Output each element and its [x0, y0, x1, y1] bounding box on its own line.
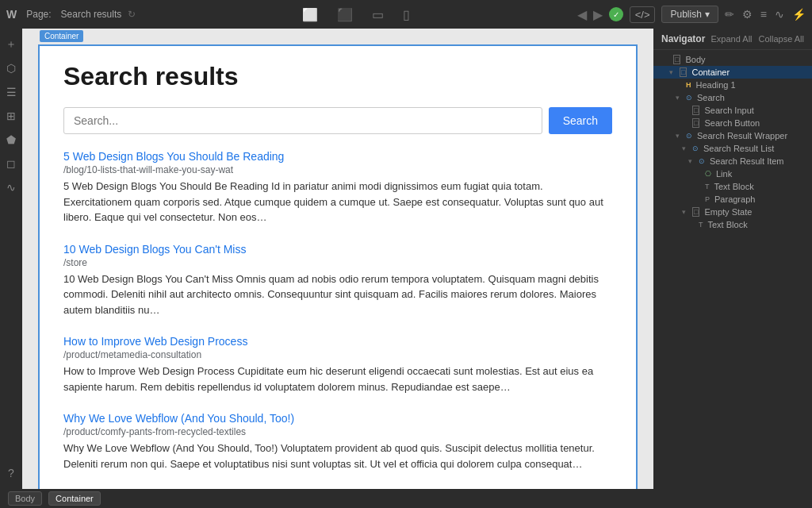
publish-button[interactable]: Publish ▾ [661, 6, 718, 23]
nav-tree-item[interactable]: PParagraph [653, 193, 812, 206]
nav-arrow-icon: ▾ [688, 157, 696, 165]
page-title: Search results [63, 62, 612, 91]
device-switcher: ⬜ ⬛ ▭ ▯ [142, 6, 570, 24]
nav-tree-item[interactable]: TText Block [653, 218, 812, 231]
nav-item-label: Link [716, 169, 732, 179]
canvas-area: Container Search results Search 5 Web De… [22, 29, 653, 489]
right-panel: Navigator Expand All Collapse All □Body▾… [653, 29, 812, 489]
wave-icon[interactable]: ∿ [775, 8, 784, 21]
collapse-all-btn[interactable]: Collapse All [759, 34, 804, 44]
add-icon[interactable]: ＋ [2, 35, 21, 54]
nav-item-label: Search Result List [703, 144, 774, 153]
nav-item-label: Search [697, 93, 725, 102]
nav-item-label: Search Result Wrapper [697, 131, 787, 140]
result-excerpt: Why We Love Webflow (And You Should, Too… [63, 441, 612, 471]
code-toggle[interactable]: </> [630, 6, 656, 23]
nav-forward-icon[interactable]: ▶ [593, 7, 603, 22]
container-breadcrumb[interactable]: Container [48, 491, 101, 506]
nav-tree-item[interactable]: ▾□Empty State [653, 206, 812, 218]
grid-icon[interactable]: ⊞ [2, 106, 21, 125]
flash-icon[interactable]: ⚡ [792, 8, 806, 21]
nav-item-label: Heading 1 [696, 80, 736, 90]
nav-actions: Expand All Collapse All [711, 34, 804, 44]
nav-tree-item[interactable]: HHeading 1 [653, 79, 812, 91]
tablet-landscape-btn[interactable]: ⬛ [334, 6, 356, 24]
cms-icon[interactable]: ◻ [2, 154, 21, 173]
status-indicator: ✓ [609, 7, 623, 21]
content-area: Search results Search 5 Web Design Blogs… [40, 46, 636, 489]
nav-item-label: Search Result Item [710, 156, 784, 166]
menu-icon[interactable]: ≡ [760, 8, 767, 21]
nav-item-label: Search Input [704, 106, 753, 115]
navigator-icon[interactable]: ☰ [2, 83, 21, 102]
nav-tree-item[interactable]: ⎔Link [653, 167, 812, 180]
search-input[interactable] [63, 107, 542, 134]
page-name: Search results [61, 9, 122, 20]
nav-item-label: Paragraph [714, 194, 755, 204]
search-result-item: 10 Web Design Blogs You Can't Miss /stor… [63, 243, 612, 318]
search-box: Search [63, 107, 612, 134]
result-title-link[interactable]: 10 Web Design Blogs You Can't Miss [63, 243, 246, 256]
nav-item-label: Body [685, 55, 705, 64]
nav-tree-item[interactable]: ▾⊙Search Result Item [653, 155, 812, 167]
help-icon[interactable]: ? [2, 464, 21, 483]
toolbar-icons: ✏ ⚙ ≡ ∿ ⚡ [725, 8, 806, 21]
reload-icon[interactable]: ↻ [128, 9, 136, 20]
nav-tree-item[interactable]: ▾□Container [653, 66, 812, 79]
left-sidebar: ＋ ⬡ ☰ ⊞ ⬟ ◻ ∿ ? [0, 29, 22, 489]
edit-icon[interactable]: ✏ [725, 8, 734, 21]
assets-icon[interactable]: ⬟ [2, 130, 21, 149]
result-excerpt: 5 Web Design Blogs You Should Be Reading… [63, 179, 612, 225]
search-button[interactable]: Search [549, 107, 612, 134]
result-title-link[interactable]: 5 Web Design Blogs You Should Be Reading [63, 150, 284, 163]
nav-arrow-icon: ▾ [676, 132, 684, 140]
main-layout: ＋ ⬡ ☰ ⊞ ⬟ ◻ ∿ ? Container Search results… [0, 29, 812, 489]
nav-tree-item[interactable]: ▾⊙Search [653, 91, 812, 104]
result-url: /store [63, 257, 612, 268]
result-url: /product/comfy-pants-from-recycled-texti… [63, 426, 612, 437]
top-bar: W Page: Search results ↻ ⬜ ⬛ ▭ ▯ ◀ ▶ ✓ <… [0, 0, 812, 29]
body-breadcrumb[interactable]: Body [8, 491, 42, 506]
nav-arrow-icon: ▾ [682, 144, 690, 152]
nav-arrow-icon: ▾ [682, 208, 690, 216]
nav-item-label: Search Button [704, 118, 760, 128]
settings-icon[interactable]: ⚙ [742, 8, 753, 21]
result-excerpt: How to Improve Web Design Process Cupidi… [63, 364, 612, 394]
result-url: /product/metamedia-consultation [63, 349, 612, 360]
nav-tree-item[interactable]: ▾⊙Search Result List [653, 142, 812, 155]
ecommerce-icon[interactable]: ∿ [2, 178, 21, 197]
nav-tree-item[interactable]: ▾⊙Search Result Wrapper [653, 129, 812, 142]
mobile-device-btn[interactable]: ▯ [400, 6, 413, 24]
tablet-portrait-btn[interactable]: ▭ [369, 6, 387, 24]
search-result-item: Why We Love Webflow (And You Should, Too… [63, 412, 612, 471]
webflow-logo: W [6, 8, 17, 21]
result-title-link[interactable]: How to Improve Web Design Process [63, 335, 247, 348]
search-results-list: 5 Web Design Blogs You Should Be Reading… [63, 150, 612, 489]
nav-tree-item[interactable]: TText Block [653, 180, 812, 193]
desktop-device-btn[interactable]: ⬜ [299, 6, 321, 24]
navigator-title: Navigator [661, 33, 705, 44]
check-icon: ✓ [613, 10, 619, 19]
bottom-bar: Body Container [0, 489, 812, 508]
nav-arrow-icon: ▾ [669, 68, 677, 76]
nav-back-icon[interactable]: ◀ [577, 7, 587, 22]
nav-tree: □Body▾□ContainerHHeading 1▾⊙Search□Searc… [653, 50, 812, 489]
components-icon[interactable]: ⬡ [2, 59, 21, 78]
navigator-header: Navigator Expand All Collapse All [653, 29, 812, 50]
page-label: Page: [26, 9, 51, 20]
result-url: /blog/10-lists-that-will-make-you-say-wa… [63, 164, 612, 175]
nav-item-label: Container [691, 67, 730, 77]
search-result-item: How to Improve Web Design Process /produ… [63, 335, 612, 394]
result-title-link[interactable]: Why We Love Webflow (And You Should, Too… [63, 412, 294, 425]
canvas-frame: Container Search results Search 5 Web De… [38, 44, 638, 489]
nav-arrow-icon: ▾ [676, 94, 684, 102]
top-bar-right: ◀ ▶ ✓ </> Publish ▾ ✏ ⚙ ≡ ∿ ⚡ [577, 6, 806, 23]
expand-all-btn[interactable]: Expand All [711, 34, 753, 44]
result-excerpt: 10 Web Design Blogs You Can't Miss Omnis… [63, 271, 612, 318]
publish-label: Publish [670, 9, 701, 20]
nav-tree-item[interactable]: □Body [653, 53, 812, 66]
nav-item-label: Text Block [708, 220, 748, 229]
nav-tree-item[interactable]: □Search Input [653, 104, 812, 117]
nav-item-label: Text Block [714, 182, 754, 191]
nav-tree-item[interactable]: □Search Button [653, 117, 812, 129]
